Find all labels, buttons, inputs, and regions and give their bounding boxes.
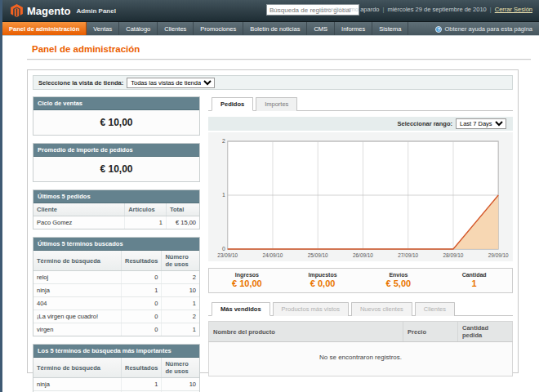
- col-header: Número de usos: [162, 358, 199, 378]
- svg-text:23/09/10: 23/09/10: [217, 252, 238, 258]
- table-row[interactable]: Paco Gomez 1 € 15,00: [33, 216, 199, 229]
- svg-text:27/09/10: 27/09/10: [398, 252, 418, 258]
- col-header-product: Nombre del producto: [209, 322, 403, 342]
- table-row[interactable]: ¡La virgen que cuadro!02: [33, 310, 199, 323]
- top-search-terms-box: Los 5 términos de búsqueda más important…: [33, 344, 200, 392]
- stat-tax: Impuestos € 0,00: [285, 272, 361, 288]
- nav-system[interactable]: Sistema: [372, 22, 408, 35]
- stat-shipping: Envíos € 5,00: [361, 272, 437, 288]
- table-row[interactable]: reloj02: [33, 271, 199, 284]
- lifetime-sales-title: Ciclo de ventas: [33, 97, 199, 110]
- dashboard-main-panel: Pedidos Importes Seleccionar rango: Last…: [208, 96, 513, 392]
- store-view-bar: Seleccione la vista de tienda: Todas las…: [33, 75, 513, 90]
- nav-catalog[interactable]: Catálogo: [119, 22, 158, 35]
- svg-text:29/09/10: 29/09/10: [488, 252, 509, 258]
- dashboard-content: Seleccione la vista de tienda: Todas las…: [27, 69, 519, 373]
- nav-sales[interactable]: Ventas: [87, 22, 119, 35]
- header: Magento Admin Panel Accedió como apardo|…: [2, 0, 539, 22]
- last-orders-title: Últimos 5 pedidos: [33, 190, 199, 203]
- table-row[interactable]: 40401: [33, 297, 199, 310]
- dashboard-sidebar: Ciclo de ventas € 10,00 Promedio de impo…: [33, 96, 200, 392]
- empty-records-message: No se encontraron registros.: [209, 342, 513, 376]
- stat-quantity: Cantidad 1: [436, 272, 512, 288]
- current-date: miércoles 29 de septiembre de 2010: [387, 6, 486, 13]
- lifetime-sales-value: € 10,00: [33, 110, 199, 135]
- svg-text:2: 2: [222, 138, 225, 144]
- average-orders-value: € 10,00: [33, 157, 199, 181]
- tab-orders[interactable]: Pedidos: [212, 97, 253, 111]
- table-row[interactable]: ninja110: [33, 284, 199, 297]
- page-title: Panel de administración: [32, 44, 539, 54]
- col-header: Término de búsqueda: [33, 251, 121, 271]
- nav-promotions[interactable]: Promociones: [194, 22, 243, 35]
- chart-tabs: Pedidos Importes: [208, 96, 513, 111]
- tab-new-customers[interactable]: Nuevos clientes: [351, 302, 412, 316]
- get-help-link[interactable]: ? Obtener ayuda para esta página: [435, 22, 532, 36]
- area-chart: 01223/09/1024/09/1025/09/1026/09/1027/09…: [210, 136, 511, 260]
- header-user-area: Accedió como apardo|miércoles 29 de sept…: [320, 6, 532, 13]
- col-header-price: Precio: [403, 322, 458, 342]
- col-header: Resultados: [121, 251, 161, 271]
- grid-tabs: Más vendidos Productos más vistos Nuevos…: [208, 301, 513, 316]
- logout-link[interactable]: Cerrar Sesión: [495, 6, 532, 13]
- nav-customers[interactable]: Clientes: [158, 22, 194, 35]
- table-row[interactable]: virgen01: [33, 323, 199, 336]
- average-orders-box: Promedio de importe de pedidos € 10,00: [33, 143, 200, 182]
- logged-in-as: Accedió como apardo: [320, 6, 380, 13]
- table-row[interactable]: ninja110: [33, 378, 199, 391]
- svg-text:0: 0: [222, 246, 225, 252]
- col-header: Término de búsqueda: [33, 358, 121, 378]
- nav-newsletter[interactable]: Boletín de noticias: [243, 22, 307, 35]
- help-label: Obtener ayuda para esta página: [444, 25, 532, 33]
- logo-subtitle: Admin Panel: [76, 7, 115, 15]
- svg-text:1: 1: [222, 192, 225, 198]
- last-search-terms-table: Término de búsqueda Resultados Número de…: [33, 251, 199, 336]
- last-orders-table: Cliente Artículos Total Paco Gomez 1 € 1…: [33, 203, 199, 229]
- nav-reports[interactable]: Informes: [335, 22, 372, 35]
- bestsellers-table: Nombre del producto Precio Cantidad pedi…: [208, 321, 513, 376]
- cell-total: € 15,00: [166, 216, 199, 229]
- average-orders-title: Promedio de importe de pedidos: [33, 144, 199, 157]
- magento-admin-dashboard: Magento Admin Panel Accedió como apardo|…: [0, 0, 539, 392]
- nav-cms[interactable]: CMS: [307, 22, 335, 35]
- logo-title: Magento: [27, 5, 70, 17]
- store-view-select[interactable]: Todas las vistas de tienda: [127, 78, 215, 88]
- tab-bestsellers[interactable]: Más vendidos: [212, 302, 270, 316]
- range-selector-bar: Seleccionar rango: Last 7 Days: [208, 117, 513, 131]
- help-globe-icon: ?: [435, 26, 442, 33]
- range-select[interactable]: Last 7 Days: [456, 118, 506, 129]
- tab-customers[interactable]: Clientes: [415, 302, 455, 316]
- stat-revenue: Ingresos € 10,00: [209, 272, 285, 288]
- svg-text:26/09/10: 26/09/10: [353, 252, 373, 258]
- svg-text:25/09/10: 25/09/10: [308, 252, 328, 258]
- last-search-terms-box: Últimos 5 términos buscados Término de b…: [33, 237, 200, 336]
- top-search-terms-title: Los 5 términos de búsqueda más important…: [33, 345, 199, 358]
- orders-chart: 01223/09/1024/09/1025/09/1026/09/1027/09…: [208, 132, 513, 261]
- main-nav: Panel de administración Ventas Catálogo …: [2, 22, 539, 36]
- last-search-terms-title: Últimos 5 términos buscados: [33, 238, 199, 251]
- magento-logo-icon: [11, 4, 23, 17]
- tab-most-viewed[interactable]: Productos más vistos: [273, 302, 349, 316]
- col-header: Total: [166, 203, 199, 216]
- nav-dashboard[interactable]: Panel de administración: [2, 22, 87, 35]
- tab-amounts[interactable]: Importes: [256, 97, 297, 111]
- logo: Magento Admin Panel: [2, 4, 116, 17]
- totals-bar: Ingresos € 10,00 Impuestos € 0,00 Envíos…: [208, 268, 513, 293]
- cell-customer: Paco Gomez: [33, 216, 125, 229]
- title-divider: [27, 59, 531, 60]
- col-header-qty: Cantidad pedida: [458, 322, 513, 342]
- col-header: Cliente: [33, 203, 125, 216]
- store-view-label: Seleccione la vista de tienda:: [38, 79, 123, 87]
- cell-items: 1: [125, 216, 167, 229]
- top-search-terms-table: Término de búsqueda Resultados Número de…: [33, 358, 199, 392]
- last-orders-box: Últimos 5 pedidos Cliente Artículos Tota…: [33, 189, 200, 229]
- svg-text:28/09/10: 28/09/10: [443, 252, 464, 258]
- svg-text:24/09/10: 24/09/10: [263, 252, 283, 258]
- col-header: Número de usos: [162, 251, 199, 271]
- range-label: Seleccionar rango:: [397, 120, 452, 127]
- col-header: Resultados: [121, 358, 161, 378]
- lifetime-sales-box: Ciclo de ventas € 10,00: [33, 96, 200, 136]
- col-header: Artículos: [125, 203, 167, 216]
